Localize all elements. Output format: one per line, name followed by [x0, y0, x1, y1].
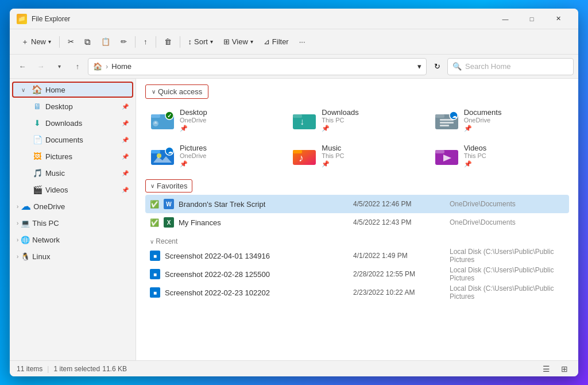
paste-button[interactable]: 📋 — [96, 33, 115, 51]
videos-pin-icon: 📌 — [464, 160, 487, 168]
share-button[interactable]: ↑ — [139, 33, 152, 51]
sidebar: ∨ 🏠 Home 🖥 Desktop 📌 ⬇ Downloads 📌 📄 Doc… — [10, 79, 136, 360]
sidebar-item-documents[interactable]: 📄 Documents 📌 — [12, 132, 133, 148]
quick-access-header-container: ∨ Quick access — [136, 79, 578, 103]
sidebar-item-linux[interactable]: › 🐧 Linux — [12, 248, 133, 264]
screenshot-icon-2: ■ — [150, 269, 160, 279]
recent-path-1: Local Disk (C:\Users\Public\Public Pictu… — [450, 248, 564, 264]
recent-name-cell-2: ■ Screenshot 2022-02-28 125500 — [150, 269, 349, 279]
new-button[interactable]: ＋ New ▾ — [17, 33, 56, 51]
main-content: ∨ 🏠 Home 🖥 Desktop 📌 ⬇ Downloads 📌 📄 Doc… — [10, 79, 578, 360]
tiles-view-button[interactable]: ⊞ — [558, 362, 571, 376]
view-button[interactable]: ⊞ View ▾ — [219, 33, 258, 51]
sidebar-downloads-label: Downloads — [45, 119, 82, 128]
sidebar-linux-label: Linux — [32, 252, 50, 261]
rename-button[interactable]: ✏ — [116, 33, 131, 51]
copy-button[interactable]: ⧉ — [80, 33, 95, 51]
toolbar-divider-3 — [156, 36, 156, 48]
sort-button[interactable]: ↕ Sort ▾ — [184, 33, 218, 51]
svg-text:♪: ♪ — [299, 152, 304, 164]
home-icon: 🏠 — [32, 84, 42, 95]
content-area: ∨ Quick access ✓ — [136, 79, 578, 360]
quick-item-downloads[interactable]: ↓ Downloads This PC 📌 — [287, 103, 427, 137]
pin-icon-4: 📌 — [122, 153, 129, 160]
downloads-quick-sub: This PC — [322, 117, 358, 124]
sidebar-item-desktop[interactable]: 🖥 Desktop 📌 — [12, 98, 133, 114]
address-chevron-icon[interactable]: ▾ — [417, 62, 421, 71]
favorites-row-2[interactable]: ✅ X My Finances 4/5/2022 12:43 PM OneDri… — [145, 213, 569, 232]
desktop-pin-icon: 📌 — [180, 125, 207, 132]
cut-icon: ✂ — [68, 37, 74, 46]
sidebar-home-label: Home — [45, 86, 65, 94]
documents-quick-sub: OneDrive — [464, 117, 502, 124]
address-input[interactable]: 🏠 › Home ▾ — [88, 58, 427, 75]
favorites-date-2: 4/5/2022 12:43 PM — [353, 218, 445, 226]
cut-button[interactable]: ✂ — [63, 33, 79, 51]
maximize-button[interactable]: □ — [519, 10, 545, 28]
more-button[interactable]: ··· — [295, 33, 310, 51]
sidebar-onedrive-label: OneDrive — [33, 202, 65, 211]
favorites-section-header[interactable]: ∨ Favorites — [145, 179, 192, 192]
sidebar-item-network[interactable]: › 🌐 Network — [12, 232, 133, 248]
recent-row-3[interactable]: ■ Screenshot 2022-02-23 102202 2/23/2022… — [145, 283, 569, 302]
quick-item-music[interactable]: ♪ Music This PC 📌 — [287, 139, 427, 172]
delete-button[interactable]: 🗑 — [160, 33, 176, 51]
svg-rect-12 — [440, 125, 449, 126]
quick-item-pictures[interactable]: ☁ Pictures OneDrive 📌 — [145, 139, 285, 172]
sidebar-item-onedrive[interactable]: › ☁ OneDrive — [12, 198, 133, 214]
pictures-icon: 🖼 — [33, 152, 42, 161]
svg-text:☁: ☁ — [168, 149, 173, 155]
sort-label: Sort — [194, 37, 208, 46]
recent-path-3: Local Disk (C:\Users\Public\Public Pictu… — [450, 284, 564, 301]
desktop-quick-info: Desktop OneDrive 📌 — [180, 108, 207, 132]
up-button[interactable]: ↑ — [69, 59, 86, 75]
onedrive-icon: ☁ — [21, 200, 31, 213]
sort-icon: ↕ — [188, 37, 192, 46]
selection-info: 1 item selected — [53, 365, 100, 373]
sidebar-item-home[interactable]: ∨ 🏠 Home — [12, 82, 133, 98]
recent-name-cell-1: ■ Screenshot 2022-04-01 134916 — [150, 251, 349, 261]
favorites-row-1[interactable]: ✅ W Brandon's Star Trek Script 4/5/2022 … — [145, 195, 569, 213]
refresh-button[interactable]: ↻ — [429, 59, 445, 75]
recent-row-2[interactable]: ■ Screenshot 2022-02-28 125500 2/28/2022… — [145, 265, 569, 283]
recent-name-3: Screenshot 2022-02-23 102202 — [165, 288, 270, 297]
favorites-path-1: OneDrive\Documents — [450, 200, 564, 208]
pin-icon-3: 📌 — [122, 137, 129, 143]
filter-button[interactable]: ⊿ Filter — [259, 33, 293, 51]
favorites-label: Favorites — [157, 182, 187, 190]
quick-access-section-header[interactable]: ∨ Quick access — [145, 84, 208, 99]
music-icon: 🎵 — [33, 168, 42, 178]
pin-icon-6: 📌 — [122, 187, 129, 193]
minimize-button[interactable]: — — [492, 10, 519, 28]
documents-quick-name: Documents — [464, 108, 502, 117]
back-button[interactable]: ← — [14, 59, 30, 75]
sidebar-pictures-label: Pictures — [45, 152, 72, 161]
svg-rect-16 — [151, 150, 160, 153]
sidebar-desktop-label: Desktop — [45, 102, 73, 111]
toolbar-divider-1 — [59, 36, 60, 48]
quick-item-videos[interactable]: Videos This PC 📌 — [430, 139, 569, 172]
details-view-button[interactable]: ☰ — [539, 362, 553, 376]
title-bar: 📁 File Explorer — □ ✕ — [10, 9, 578, 29]
sidebar-item-pictures[interactable]: 🖼 Pictures 📌 — [12, 148, 133, 164]
sidebar-item-downloads[interactable]: ⬇ Downloads 📌 — [12, 115, 133, 131]
share-icon: ↑ — [144, 37, 148, 46]
close-button[interactable]: ✕ — [545, 10, 571, 28]
quick-item-desktop[interactable]: ✓ Desktop OneDrive 📌 — [145, 103, 285, 137]
search-box[interactable]: 🔍 Search Home — [447, 58, 574, 75]
desktop-quick-name: Desktop — [180, 108, 207, 117]
sidebar-item-videos[interactable]: 🎬 Videos 📌 — [12, 182, 133, 198]
recent-row-1[interactable]: ■ Screenshot 2022-04-01 134916 4/1/2022 … — [145, 247, 569, 265]
sidebar-item-thispc[interactable]: › 💻 This PC — [12, 215, 133, 231]
favorites-name-cell-1: ✅ W Brandon's Star Trek Script — [150, 199, 349, 209]
sidebar-item-music[interactable]: 🎵 Music 📌 — [12, 165, 133, 181]
recent-locations-button[interactable]: ▾ — [51, 59, 67, 75]
desktop-quick-sub: OneDrive — [180, 117, 207, 124]
view-label: View — [232, 37, 248, 46]
forward-button[interactable]: → — [33, 59, 49, 75]
svg-rect-24 — [435, 150, 444, 153]
favorites-header-container: ∨ Favorites — [145, 179, 569, 192]
sidebar-music-label: Music — [45, 169, 65, 178]
documents-folder-icon: ☁ — [435, 109, 458, 132]
quick-item-documents[interactable]: ☁ Documents OneDrive 📌 — [430, 103, 569, 137]
